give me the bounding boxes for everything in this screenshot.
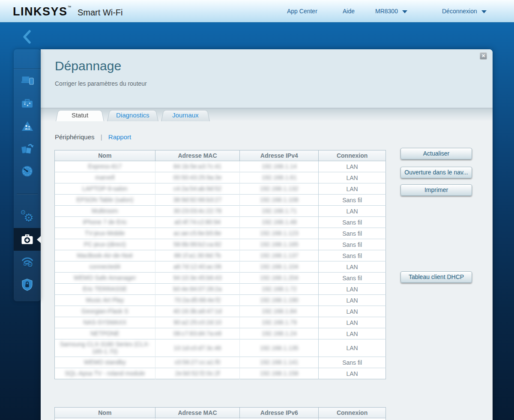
device-mac-redacted: 58:6b:99:b2:ca:82 (173, 241, 221, 248)
sidebar-item-network-devices[interactable] (14, 69, 41, 92)
device-mac-redacted: 2e:b0:52:f2:0c:2f (175, 370, 220, 377)
table-row: Music Art Play 70:2a:d5:68:4e:f2 192.168… (55, 295, 386, 306)
table-row: LAPTOP-9-salon c4:2a:54:ab:9d:52 192.168… (55, 183, 386, 195)
sidebar-item-connectivity[interactable]: ⚙ ⚙ (14, 205, 41, 228)
subnav-rapport-link[interactable]: Rapport (108, 133, 131, 141)
device-mac-redacted: 88:1f:a1:30:8d:7b (174, 252, 221, 259)
panel-header: Dépannage Corriger les paramètres du rou… (41, 49, 493, 108)
device-mac-redacted: 00:50:43:25:9a:3e (173, 174, 222, 181)
device-name-redacted: iPhone 7 de Eric (83, 219, 127, 226)
table-row: SQL-Apsa TV - roland module 2e:b0:52:f2:… (55, 368, 386, 379)
device-ipv4-redacted: 192.168.1.79 (262, 319, 297, 326)
workspace-background: ⚙ ⚙ ⚙ (0, 22, 514, 420)
nav-help[interactable]: Aide (343, 0, 355, 22)
connection-type: Sans fil (319, 228, 386, 239)
connection-type: LAN (319, 317, 386, 328)
sidebar-divider (17, 194, 38, 194)
linksys-logo: LINKSYS™ Smart Wi-Fi (13, 5, 123, 18)
page-subtitle: Corriger les paramètres du routeur (55, 80, 147, 87)
col-header-nom: Nom (55, 408, 155, 418)
logout-label: Déconnexion (442, 8, 477, 15)
devices-icon (21, 75, 34, 85)
chevron-down-icon (402, 10, 407, 13)
sidebar-item-media-prioritization[interactable] (14, 137, 41, 160)
dhcp-client-table-button[interactable]: Tableau client DHCP (400, 271, 472, 283)
connection-type: LAN (319, 161, 386, 172)
device-ipv4-redacted: 192.168.1.108 (260, 196, 299, 204)
device-ipv4-redacted: 192.168.1.204 (260, 274, 299, 282)
device-name-redacted: WEMO Safe Amanager (74, 274, 136, 282)
brand-name: LINKSYS (13, 5, 68, 18)
top-bar: LINKSYS™ Smart Wi-Fi App Center Aide MR8… (0, 0, 514, 22)
device-name-redacted: SQL-Apsa TV - roland module (65, 370, 145, 377)
device-ipv4-redacted: 192.168.1.24 (262, 330, 297, 337)
connection-type: Sans fil (319, 239, 386, 250)
device-mac-redacted: 38:9d:92:66:b3:27 (173, 196, 222, 204)
open-in-browser-button[interactable]: Ouverture dans le nav... (400, 167, 472, 178)
sidebar-collapse-button[interactable] (21, 29, 32, 45)
device-mac-redacted: 40:16:3b:a9:47:1d (173, 308, 222, 315)
device-mac-redacted: b0:4e:84:07:28:2a (173, 285, 222, 293)
nav-app-center[interactable]: App Center (287, 0, 317, 22)
table-row: WEMO Safe Amanager 94:10:3e:45:b6:43 192… (55, 273, 386, 284)
close-button[interactable]: ✕ (480, 52, 487, 60)
device-name-redacted: marvell (95, 174, 114, 181)
connection-type: Sans fil (319, 273, 386, 284)
tab-statut[interactable]: Statut (56, 109, 104, 121)
connection-type: LAN (319, 206, 386, 217)
nav-router-dropdown[interactable]: MR8300 (375, 0, 407, 22)
connection-type: Sans fil (319, 357, 386, 368)
device-mac-redacted: 10:1d:c0:d7:3c:46 (173, 345, 221, 352)
table-row: Eric TERRASSE b0:4e:84:07:28:2a 192.168.… (55, 284, 386, 295)
device-mac-redacted: 70:2a:d5:68:4e:f2 (174, 297, 221, 304)
sidebar-item-troubleshooting[interactable] (14, 228, 41, 251)
chevron-left-icon (21, 29, 32, 45)
sidebar-item-security[interactable] (14, 273, 41, 296)
table-row: WEMO standby c0:56:27:cc:a1:f0 192.168.1… (55, 357, 386, 368)
device-ipv4-redacted: 192.168.1.84 (262, 308, 297, 315)
tab-diagnostics[interactable]: Diagnostics (107, 109, 158, 121)
nav-logout-dropdown[interactable]: Déconnexion (442, 0, 487, 22)
warning-triangle-icon (21, 120, 34, 132)
col-header-ipv4: Adresse IPv4 (240, 150, 319, 161)
sidebar-top-spacer (14, 49, 41, 69)
screen: LINKSYS™ Smart Wi-Fi App Center Aide MR8… (0, 0, 514, 420)
sidebar-item-speed-test[interactable] (14, 160, 41, 183)
table-row: MacBook-Air-de-Noé 88:1f:a1:30:8d:7b 192… (55, 250, 386, 261)
device-table-body: Express-817 84:1b:5e:a3:7c:41 192.168.1.… (55, 161, 386, 379)
device-ipv4-redacted: 192.168.1.190 (260, 297, 299, 304)
device-mac-redacted: 90:a2:25:c0:2d:10 (173, 319, 221, 326)
brand-product: Smart Wi-Fi (78, 8, 123, 17)
sidebar-item-guest-access[interactable] (14, 92, 41, 114)
gear-icon: ⚙ (24, 212, 34, 223)
sidebar-item-parental-controls[interactable] (14, 114, 41, 137)
connection-type: Sans fil (319, 250, 386, 261)
device-mac-redacted: 30:23:03:4c:22:78 (173, 207, 221, 215)
device-ipv4-redacted: 192.168.1.141 (260, 359, 299, 366)
device-mac-redacted: a0:4f:74:c2:80:94 (174, 219, 221, 226)
subnav-peripheriques[interactable]: Périphériques (55, 133, 95, 141)
ipv6-table-header-row: Nom Adresse MAC Adresse IPv6 Connexion (55, 408, 386, 418)
device-ipv4-redacted: 192.168.1.48 (262, 219, 297, 226)
device-mac-redacted: c4:2a:54:ab:9d:52 (173, 185, 221, 192)
device-ipv4-redacted: 192.168.1.123 (260, 230, 299, 237)
tab-journaux[interactable]: Journaux (161, 109, 210, 121)
device-name-redacted: TV-jeux-Mobile (85, 230, 125, 237)
device-name-redacted: NAS-SYSMAXX (83, 319, 126, 326)
sidebar-item-wireless[interactable]: ⚙ ⚙ (14, 251, 41, 273)
panel-body: Périphériques | Rapport Nom (41, 121, 493, 420)
connection-type: LAN (319, 306, 386, 317)
device-name-redacted: Eric TERRASSE (83, 285, 127, 293)
table-row: marvell 00:50:43:25:9a:3e 192.168.1.61 L… (55, 172, 386, 183)
table-row: Georgian-Flask S 40:16:3b:a9:47:1d 192.1… (55, 306, 386, 317)
refresh-button[interactable]: Actualiser (400, 148, 472, 159)
connection-type: LAN (319, 172, 386, 183)
device-mac-redacted: 84:1b:5e:a3:7c:41 (173, 163, 221, 170)
col-header-ipv6: Adresse IPv6 (240, 408, 319, 418)
table-row: TV-jeux-Mobile ac:ae:c5:6e:b5:8e 192.168… (55, 228, 386, 239)
print-button[interactable]: Imprimer (400, 184, 472, 196)
connection-type: LAN (319, 183, 386, 195)
table-row: Multiroom 30:23:03:4c:22:78 192.168.1.71… (55, 206, 386, 217)
device-ipv4-redacted: 192.168.1.61 (262, 174, 297, 181)
device-name-redacted: Express-817 (88, 163, 122, 170)
